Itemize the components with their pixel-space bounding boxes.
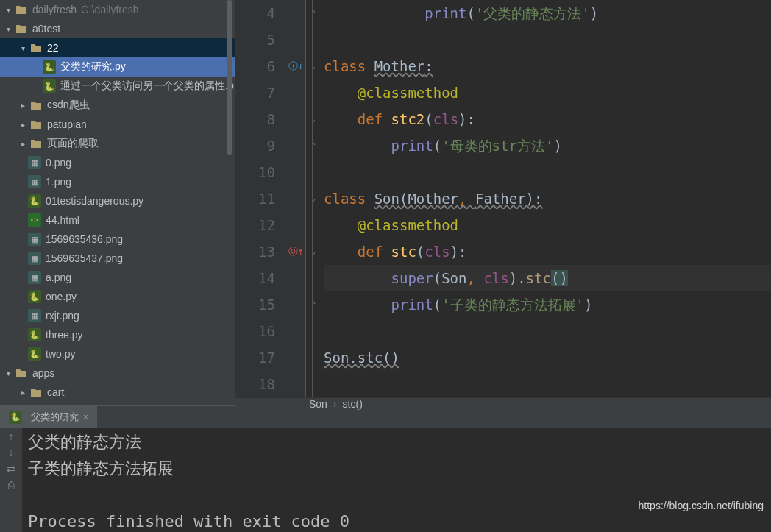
python-icon: 🐍 bbox=[28, 290, 41, 303]
fold-up-icon[interactable]: ⌃ bbox=[311, 291, 316, 318]
override-up-icon[interactable]: ⓞ↑ bbox=[288, 238, 304, 265]
tree-item-label: 通过一个父类访问另一个父类的属性.p bbox=[60, 79, 234, 93]
run-tab[interactable]: 🐍 父类的研究 × bbox=[0, 406, 97, 428]
code-line[interactable]: class Son(Mother, Father): bbox=[324, 185, 771, 212]
fold-down-icon[interactable]: ⌄ bbox=[311, 106, 316, 132]
tree-row[interactable]: 🐍通过一个父类访问另一个父类的属性.p bbox=[0, 77, 235, 96]
code-line[interactable]: @classmethod bbox=[324, 79, 771, 106]
close-icon[interactable]: × bbox=[83, 412, 88, 422]
tree-row[interactable]: ▦1.png bbox=[0, 172, 235, 191]
breadcrumb-item[interactable]: stc() bbox=[343, 398, 363, 410]
folder-icon bbox=[29, 405, 43, 405]
code-line[interactable]: print('母类的str方法') bbox=[324, 132, 771, 159]
python-icon: 🐍 bbox=[28, 347, 41, 361]
folder-icon bbox=[15, 22, 28, 35]
chevron-down-icon[interactable]: ▾ bbox=[3, 24, 13, 34]
print-icon[interactable]: ⎙ bbox=[8, 479, 14, 491]
html-icon: <> bbox=[28, 213, 41, 227]
code-line[interactable] bbox=[324, 26, 771, 53]
code-line[interactable]: print('父类的静态方法') bbox=[324, 0, 771, 26]
image-icon: ▦ bbox=[28, 271, 41, 284]
tree-row[interactable]: ▦1569635437.png bbox=[0, 249, 235, 268]
breadcrumb-item[interactable]: Son bbox=[309, 398, 327, 410]
tree-item-label: 1.png bbox=[46, 176, 71, 188]
code-line[interactable]: Son.stc() bbox=[324, 344, 771, 371]
tree-row[interactable]: 🐍01testisdangerous.py bbox=[0, 191, 235, 210]
code-line[interactable]: super(Son, cls).stc() bbox=[324, 265, 771, 291]
tree-item-label: 1569635437.png bbox=[46, 252, 123, 264]
image-icon: ▦ bbox=[28, 309, 41, 322]
image-icon: ▦ bbox=[28, 252, 41, 265]
override-marker-gutter[interactable]: ⓘ↓ⓞ↑ bbox=[287, 0, 306, 397]
console-toolbar[interactable]: ↑ ↓ ⇄ ⎙ bbox=[0, 428, 22, 532]
fold-gutter[interactable]: ⌃⌄⌄⌃⌄⌄⌃ bbox=[306, 0, 321, 397]
code-line[interactable]: @classmethod bbox=[324, 212, 771, 238]
fold-up-icon[interactable]: ⌃ bbox=[311, 0, 316, 26]
code-line[interactable] bbox=[324, 159, 771, 185]
python-icon: 🐍 bbox=[28, 194, 41, 208]
line-number-gutter: 456789101112131415161718 bbox=[235, 0, 287, 397]
tree-row[interactable]: ▦rxjt.png bbox=[0, 306, 235, 325]
tree-row[interactable]: 🐍父类的研究.py bbox=[0, 57, 235, 77]
fold-up-icon[interactable]: ⌃ bbox=[311, 132, 316, 159]
tree-row[interactable]: ▸patupian bbox=[0, 115, 235, 134]
tree-row[interactable]: ▦1569635436.png bbox=[0, 230, 235, 249]
code-line[interactable]: class Mother: bbox=[324, 53, 771, 79]
tree-item-label: patupian bbox=[47, 118, 87, 130]
code-line[interactable]: def stc2(cls): bbox=[324, 106, 771, 132]
fold-down-icon[interactable]: ⌄ bbox=[311, 185, 316, 212]
code-line[interactable]: def stc(cls): bbox=[324, 238, 771, 265]
tree-item-label: 0.png bbox=[46, 157, 71, 169]
project-tree[interactable]: ▾dailyfreshG:\dailyfresh▾a0test▾22🐍父类的研究… bbox=[0, 0, 235, 405]
tree-item-label: rxjt.png bbox=[46, 310, 79, 322]
tree-item-label: 22 bbox=[47, 42, 59, 54]
code-line[interactable] bbox=[324, 318, 771, 344]
tree-row[interactable]: ▸csdn爬虫 bbox=[0, 96, 235, 115]
folder-icon bbox=[29, 386, 43, 399]
run-console[interactable]: ↑ ↓ ⇄ ⎙ 父类的静态方法 子类的静态方法拓展 Process finish… bbox=[0, 428, 771, 532]
tree-row[interactable]: ▸cart bbox=[0, 383, 235, 402]
console-output: 父类的静态方法 子类的静态方法拓展 Process finished with … bbox=[22, 428, 771, 532]
arrow-up-icon[interactable]: ↑ bbox=[9, 430, 14, 442]
chevron-down-icon[interactable]: ▾ bbox=[18, 43, 28, 53]
tree-item-label: 页面的爬取 bbox=[47, 137, 99, 150]
arrow-down-icon[interactable]: ↓ bbox=[9, 447, 14, 458]
chevron-right-icon[interactable]: ▸ bbox=[18, 119, 28, 130]
override-down-icon[interactable]: ⓘ↓ bbox=[288, 53, 304, 79]
tree-row[interactable]: ▦a.png bbox=[0, 268, 235, 287]
tree-row[interactable]: 🐍three.py bbox=[0, 325, 235, 344]
fold-down-icon[interactable]: ⌄ bbox=[311, 238, 316, 265]
tree-row[interactable]: ▾dailyfreshG:\dailyfresh bbox=[0, 0, 235, 19]
code-line[interactable]: print('子类的静态方法拓展') bbox=[324, 291, 771, 318]
soft-wrap-icon[interactable]: ⇄ bbox=[7, 463, 15, 475]
tree-item-label: 父类的研究.py bbox=[60, 60, 126, 74]
breadcrumb[interactable]: Son › stc() bbox=[235, 397, 771, 410]
tree-item-label: cart bbox=[47, 386, 64, 398]
chevron-right-icon[interactable]: ▸ bbox=[18, 138, 28, 149]
tree-row[interactable]: ▾a0test bbox=[0, 19, 235, 38]
chevron-right-icon[interactable]: ▸ bbox=[18, 387, 28, 397]
tree-item-label: 1569635436.png bbox=[46, 233, 123, 245]
folder-icon bbox=[29, 41, 43, 54]
chevron-down-icon[interactable]: ▾ bbox=[3, 368, 13, 378]
chevron-right-icon: › bbox=[333, 398, 337, 410]
tree-row[interactable]: 🐍two.py bbox=[0, 344, 235, 363]
tree-row[interactable]: <>44.html bbox=[0, 210, 235, 230]
tree-item-label: a.png bbox=[46, 272, 71, 283]
chevron-right-icon[interactable]: ▸ bbox=[18, 100, 28, 110]
image-icon: ▦ bbox=[28, 156, 41, 169]
tree-row[interactable]: ▾22 bbox=[0, 38, 235, 57]
tree-item-label: 01testisdangerous.py bbox=[46, 195, 143, 207]
tree-row[interactable]: 🐍one.py bbox=[0, 287, 235, 306]
code-editor[interactable]: 456789101112131415161718 ⓘ↓ⓞ↑ ⌃⌄⌄⌃⌄⌄⌃ pr… bbox=[235, 0, 771, 405]
tree-row[interactable]: ▾apps bbox=[0, 363, 235, 383]
tree-row[interactable]: ▸goods bbox=[0, 402, 235, 405]
tree-item-label: csdn爬虫 bbox=[47, 99, 90, 112]
fold-down-icon[interactable]: ⌄ bbox=[311, 53, 316, 79]
tree-row[interactable]: ▦0.png bbox=[0, 153, 235, 172]
tree-row[interactable]: ▸页面的爬取 bbox=[0, 134, 235, 153]
code-content[interactable]: print('父类的静态方法')class Mother: @classmeth… bbox=[321, 0, 771, 397]
code-line[interactable] bbox=[324, 371, 771, 397]
image-icon: ▦ bbox=[28, 175, 41, 188]
tree-item-label: apps bbox=[32, 367, 54, 379]
